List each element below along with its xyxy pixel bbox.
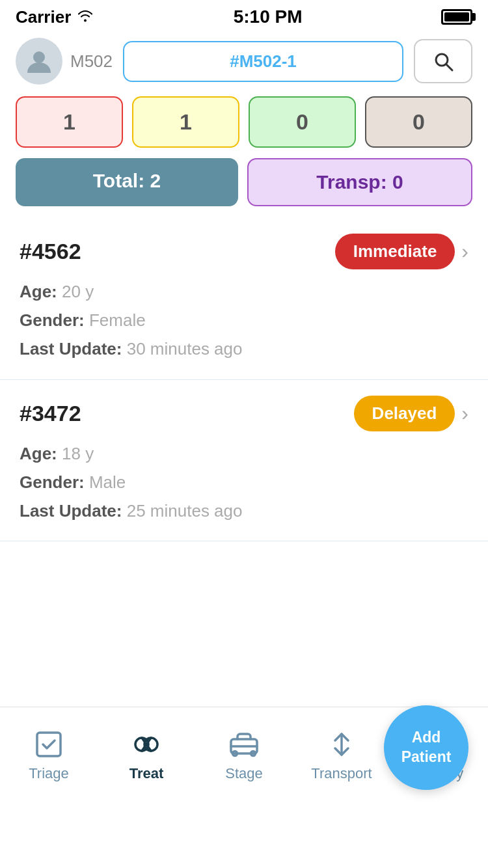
last-update-value: 25 minutes ago (127, 501, 243, 521)
nav-label-treat: Treat (129, 765, 164, 782)
nav-item-transport[interactable]: Transport (293, 721, 390, 790)
carrier-label: Carrier (16, 7, 71, 27)
nav-label-stage: Stage (225, 765, 263, 782)
incident-id-button[interactable]: #M502-1 (123, 41, 403, 82)
age-label: Age: (20, 282, 57, 301)
last-update-label: Last Update: (20, 339, 122, 359)
patient-id: #3472 (20, 401, 81, 426)
status-badge: Immediate (335, 234, 455, 269)
counts-row: 1 1 0 0 (0, 91, 488, 153)
battery-icon (441, 9, 472, 25)
svg-line-2 (446, 64, 452, 70)
age-value: 18 y (62, 444, 94, 463)
add-patient-label: AddPatient (401, 728, 452, 767)
chevron-right-icon: › (461, 239, 468, 264)
gender-label: Gender: (20, 310, 85, 330)
svg-point-0 (33, 51, 45, 63)
gender-value: Male (89, 472, 126, 492)
nav-item-stage[interactable]: Stage (195, 721, 293, 790)
nav-label-triage: Triage (29, 765, 69, 782)
age-label: Age: (20, 444, 57, 463)
patient-id: #4562 (20, 239, 81, 264)
avatar (16, 38, 62, 85)
deceased-count[interactable]: 0 (365, 96, 472, 148)
add-patient-button[interactable]: AddPatient (384, 705, 468, 790)
nav-label-transport: Transport (311, 765, 372, 782)
nav-item-treat[interactable]: Treat (98, 721, 195, 790)
status-badge: Delayed (354, 396, 455, 431)
total-box[interactable]: Total: 2 (16, 158, 238, 206)
minor-count[interactable]: 0 (249, 96, 356, 148)
nav-item-triage[interactable]: Triage (0, 721, 98, 790)
patient-list: #4562 Immediate › Age: 20 y Gender: Fema… (0, 211, 488, 548)
gender-value: Female (89, 310, 146, 330)
gender-label: Gender: (20, 472, 85, 492)
svg-rect-3 (37, 733, 61, 756)
status-bar: Carrier 5:10 PM (0, 0, 488, 31)
transport-box[interactable]: Transp: 0 (247, 158, 472, 206)
search-button[interactable] (414, 39, 472, 83)
patient-card[interactable]: #3472 Delayed › Age: 18 y Gender: Male L… (0, 380, 488, 542)
chevron-right-icon: › (461, 401, 468, 426)
time-display: 5:10 PM (234, 7, 303, 27)
user-id: M502 (70, 51, 113, 72)
immediate-count[interactable]: 1 (16, 96, 123, 148)
patient-card[interactable]: #4562 Immediate › Age: 20 y Gender: Fema… (0, 218, 488, 380)
wifi-icon (76, 7, 94, 27)
summary-row: Total: 2 Transp: 0 (0, 153, 488, 211)
last-update-label: Last Update: (20, 501, 122, 521)
delayed-count[interactable]: 1 (132, 96, 239, 148)
last-update-value: 30 minutes ago (127, 339, 243, 359)
age-value: 20 y (62, 282, 94, 301)
header-row: M502 #M502-1 (0, 31, 488, 91)
avatar-area: M502 (16, 38, 113, 85)
